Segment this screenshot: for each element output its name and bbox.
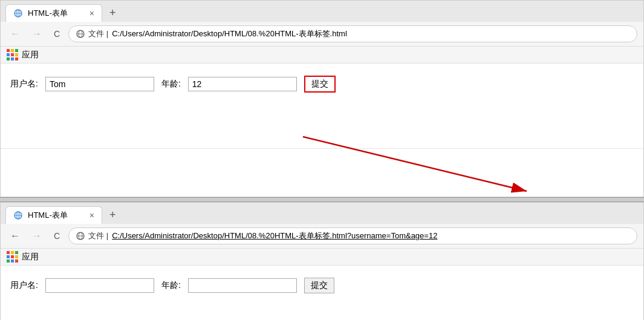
address-bar-1[interactable]: 文件 | C:/Users/Administrator/Desktop/HTML…	[68, 25, 637, 42]
back-button-1[interactable]: ←	[7, 27, 24, 41]
age-label-2: 年龄:	[161, 280, 181, 291]
apps-bar-2: 应用	[1, 249, 643, 266]
address-url-2: C:/Users/Administrator/Desktop/HTML/08.%…	[112, 230, 437, 241]
form-row-2: 用户名: 年龄: 提交	[10, 278, 634, 293]
tab-1[interactable]: HTML-表单 ×	[5, 4, 102, 22]
nav-bar-1: ← → C 文件 | C:/Users/Administrator/Deskto…	[1, 22, 643, 47]
new-tab-button-2[interactable]: +	[105, 206, 121, 224]
age-input-1[interactable]	[188, 77, 297, 91]
forward-button-2[interactable]: →	[28, 229, 45, 243]
address-prefix-1: 文件 |	[88, 28, 108, 39]
forward-button-1[interactable]: →	[28, 27, 45, 41]
nav-bar-2: ← → C 文件 | C:/Users/Administrator/Deskto…	[1, 224, 643, 249]
svg-line-8	[303, 137, 527, 191]
tab-globe-icon-2	[13, 211, 23, 220]
tab-2[interactable]: HTML-表单 ×	[5, 206, 102, 224]
form-row-1: 用户名: 年龄: 提交	[10, 76, 634, 93]
submit-button-2[interactable]: 提交	[304, 278, 334, 293]
tab-title-1: HTML-表单	[28, 8, 68, 19]
tab-close-2[interactable]: ×	[89, 211, 94, 220]
username-label-2: 用户名:	[10, 280, 38, 291]
tab-bar-1: HTML-表单 × +	[1, 1, 643, 22]
age-input-2[interactable]	[188, 278, 297, 293]
back-button-2[interactable]: ←	[7, 229, 24, 243]
apps-label-1: 应用	[22, 50, 39, 60]
browser-window-2: HTML-表单 × + ← → C 文件 | C:/Users/Administ…	[0, 202, 644, 320]
lock-icon-2	[76, 232, 85, 240]
username-input-2[interactable]	[45, 278, 154, 293]
apps-label-2: 应用	[22, 252, 39, 263]
tab-close-1[interactable]: ×	[89, 8, 94, 18]
refresh-button-1[interactable]: C	[50, 28, 63, 40]
username-label-1: 用户名:	[10, 79, 38, 90]
address-url-1: C:/Users/Administrator/Desktop/HTML/08.%…	[112, 28, 347, 39]
username-input-1[interactable]	[45, 77, 154, 91]
new-tab-button-1[interactable]: +	[105, 4, 121, 22]
tab-bar-2: HTML-表单 × +	[1, 203, 643, 224]
apps-icon-2	[7, 251, 18, 263]
arrow-area	[1, 148, 643, 197]
arrow-svg	[297, 131, 551, 203]
tab-globe-icon-1	[13, 8, 23, 18]
submit-button-1[interactable]: 提交	[304, 76, 336, 93]
lock-icon-1	[76, 30, 85, 38]
tab-title-2: HTML-表单	[28, 210, 68, 221]
age-label-1: 年龄:	[161, 79, 181, 90]
browser-window-1: HTML-表单 × + ← → C 文件 | C:/Users/Administ…	[0, 0, 644, 197]
address-prefix-2: 文件 |	[88, 230, 108, 241]
refresh-button-2[interactable]: C	[50, 230, 63, 242]
apps-bar-1: 应用	[1, 47, 643, 64]
address-bar-2[interactable]: 文件 | C:/Users/Administrator/Desktop/HTML…	[68, 227, 637, 244]
page-content-2: 用户名: 年龄: 提交	[1, 266, 643, 320]
apps-icon-1	[7, 49, 18, 60]
